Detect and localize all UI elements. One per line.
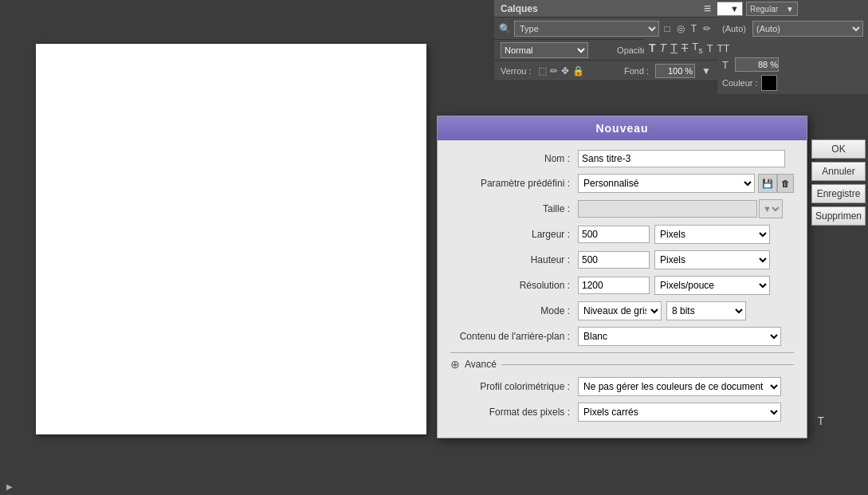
taille-label: Taille : — [450, 203, 578, 214]
calques-toolbar: 🔍 Type □ ◎ T ✏ — [494, 18, 717, 40]
auto-select[interactable]: (Auto) — [752, 21, 863, 37]
lock-paint-icon[interactable]: ✏ — [550, 65, 558, 77]
avance-toggle-icon[interactable]: ⊕ — [450, 358, 460, 371]
color-swatch[interactable] — [761, 75, 777, 91]
parametre-delete-btn[interactable]: 🗑 — [777, 174, 794, 193]
contenu-row: Contenu de l'arrière-plan : Blanc Couleu… — [450, 327, 794, 346]
style-dropdown-icon[interactable]: ▼ — [786, 5, 794, 14]
size-percent-row: T — [722, 57, 863, 72]
text-style-T2[interactable]: T — [660, 41, 667, 54]
canvas-white — [36, 44, 426, 434]
taille-row: Taille : ▼ — [450, 199, 794, 218]
ok-button[interactable]: OK — [811, 139, 866, 159]
parametre-label: Paramètre prédéfini : — [450, 178, 578, 189]
taille-input — [578, 200, 757, 218]
font-style-selector[interactable]: Regular ▼ — [746, 2, 798, 16]
format-select[interactable]: Pixels carrés D1/DV NTSC — [578, 403, 781, 422]
largeur-row: Largeur : Pixels Pouces Centimètres — [450, 225, 794, 244]
auto-row: (Auto) (Auto) — [722, 21, 863, 37]
divider — [450, 352, 794, 353]
bottom-bar: ▶ — [0, 477, 868, 495]
nom-input[interactable] — [578, 150, 785, 167]
text-style-T7[interactable]: TT — [717, 42, 730, 54]
font-dropdown-icon[interactable]: ▼ — [730, 4, 739, 14]
hauteur-input[interactable] — [578, 251, 650, 269]
nom-label: Nom : — [450, 153, 578, 164]
bits-select[interactable]: 8 bits 16 bits 32 bits — [666, 301, 746, 320]
annuler-button[interactable]: Annuler — [811, 162, 866, 181]
format-row: Format des pixels : Pixels carrés D1/DV … — [450, 403, 794, 422]
mode-row: Mode : Niveaux de gris RVB CMJN 8 bits 1… — [450, 301, 794, 320]
avance-label: Avancé — [465, 359, 497, 370]
layer-icon-4[interactable]: ✏ — [701, 22, 713, 36]
layer-icon-1[interactable]: □ — [662, 22, 671, 36]
text-style-T3[interactable]: T — [670, 41, 678, 54]
largeur-label: Largeur : — [450, 229, 578, 240]
text-style-row: T T T T Ts T TT — [644, 38, 868, 57]
fond-label: Fond : — [624, 66, 649, 76]
text-style-T6[interactable]: T — [707, 42, 713, 54]
hauteur-label: Hauteur : — [450, 254, 578, 265]
dialog-buttons: OK Annuler Enregistre Supprimen — [811, 139, 866, 226]
layer-icon-3[interactable]: T — [689, 22, 698, 36]
canvas-area — [0, 0, 494, 495]
verrou-label: Verrou : — [501, 66, 532, 76]
nom-row: Nom : — [450, 150, 794, 167]
resolution-label: Résolution : — [450, 280, 578, 291]
taille-unit-select[interactable]: ▼ — [759, 199, 783, 218]
format-label: Format des pixels : — [450, 407, 578, 418]
avance-line — [501, 364, 794, 365]
auto-label: (Auto) — [722, 24, 746, 33]
layer-type-select[interactable]: Type — [514, 21, 659, 37]
t-icon: T — [817, 414, 824, 427]
parametre-select[interactable]: Personnalisé — [578, 174, 755, 193]
calques-header: Calques ≡ — [494, 0, 717, 18]
resolution-row: Résolution : Pixels/pouce Pixels/cm — [450, 276, 794, 295]
fond-input[interactable] — [655, 64, 695, 78]
couleur-row: Couleur : — [722, 75, 863, 91]
size-percent-input[interactable] — [735, 57, 779, 72]
search-icon: 🔍 — [499, 23, 511, 34]
text-style-T5[interactable]: Ts — [692, 41, 702, 55]
nouveau-title: Nouveau — [438, 116, 807, 140]
calques-menu-icon[interactable]: ≡ — [704, 2, 711, 16]
text-style-T4[interactable]: T — [681, 41, 689, 54]
parametre-row: Paramètre prédéfini : Personnalisé 💾 🗑 — [450, 174, 794, 193]
size-t-icon: T — [722, 59, 729, 71]
calques-title: Calques — [501, 3, 538, 14]
parametre-save-btn[interactable]: 💾 — [758, 174, 777, 193]
hauteur-row: Hauteur : Pixels Pouces — [450, 250, 794, 269]
lock-icons: ⬚ ✏ ✥ 🔒 — [538, 65, 584, 77]
font-style-label: Regular — [750, 5, 778, 14]
contenu-label: Contenu de l'arrière-plan : — [450, 331, 578, 342]
mode-select[interactable]: Niveaux de gris RVB CMJN — [578, 301, 662, 320]
resolution-unit-select[interactable]: Pixels/pouce Pixels/cm — [654, 276, 770, 295]
resolution-input[interactable] — [578, 277, 650, 294]
fond-dropdown[interactable]: ▼ — [701, 65, 711, 77]
layer-icon-2[interactable]: ◎ — [675, 22, 686, 36]
contenu-select[interactable]: Blanc Couleur d'arrière-plan Transparent — [578, 327, 781, 346]
enregistrer-button[interactable]: Enregistre — [811, 184, 866, 203]
vertical-t-icon[interactable]: T — [817, 414, 824, 463]
nouveau-dialog: Nouveau Nom : Paramètre prédéfini : Pers… — [437, 116, 807, 438]
lock-move-icon[interactable]: ✥ — [561, 65, 569, 77]
supprimer-button[interactable]: Supprimen — [811, 206, 866, 226]
mode-label: Mode : — [450, 305, 578, 316]
profil-label: Profil colorimétrique : — [450, 381, 578, 392]
hauteur-unit-select[interactable]: Pixels Pouces — [654, 250, 770, 269]
avance-row: ⊕ Avancé — [450, 358, 794, 371]
largeur-input[interactable] — [578, 226, 650, 243]
lock-transparency-icon[interactable]: ⬚ — [538, 65, 547, 77]
profil-row: Profil colorimétrique : Ne pas gérer les… — [450, 377, 794, 396]
profil-select[interactable]: Ne pas gérer les couleurs de ce document… — [578, 377, 781, 396]
text-style-T1[interactable]: T — [649, 41, 656, 54]
largeur-unit-select[interactable]: Pixels Pouces Centimètres — [654, 225, 770, 244]
nouveau-body: Nom : Paramètre prédéfini : Personnalisé… — [438, 140, 807, 438]
lock-all-icon[interactable]: 🔒 — [572, 65, 584, 77]
lock-row: Verrou : ⬚ ✏ ✥ 🔒 Fond : ▼ — [494, 61, 717, 81]
status-arrow[interactable]: ▶ — [6, 482, 13, 491]
blend-mode-select[interactable]: Normal — [501, 42, 588, 58]
couleur-label: Couleur : — [722, 78, 758, 88]
